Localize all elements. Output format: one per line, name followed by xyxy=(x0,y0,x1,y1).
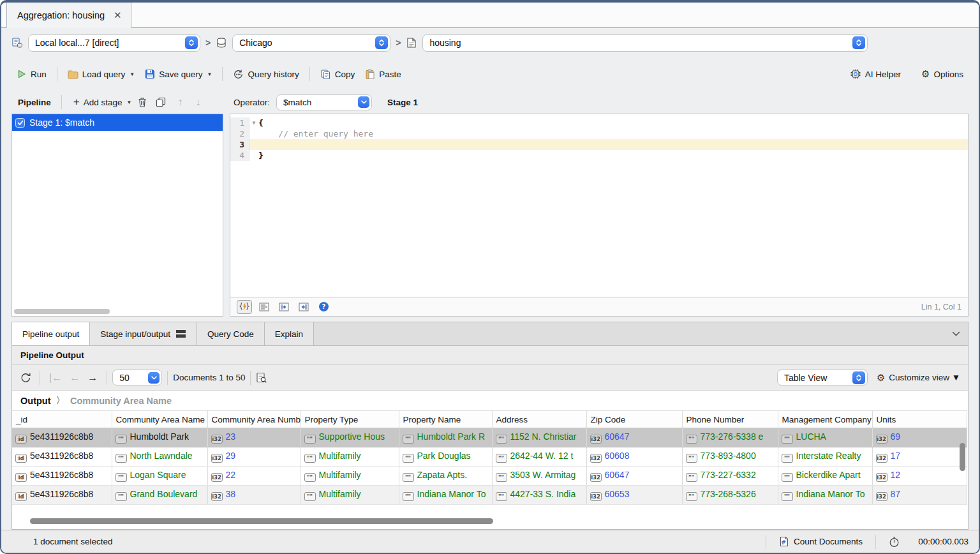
table-cell[interactable]: ""Indiana Manor To xyxy=(778,486,872,505)
load-query-button[interactable]: Load query ▼ xyxy=(63,66,140,82)
table-cell[interactable]: i3223 xyxy=(207,428,301,447)
tab-close-icon[interactable]: ✕ xyxy=(114,10,122,21)
table-cell[interactable]: i3260653 xyxy=(586,486,682,505)
table-cell[interactable]: ""2642-44 W. 12 t xyxy=(492,447,586,467)
table-cell[interactable]: id5e4311926c8b8 xyxy=(12,428,112,447)
table-cell[interactable]: i3260647 xyxy=(586,428,682,447)
table-cell[interactable]: ""773-227-6332 xyxy=(682,467,778,486)
table-cell[interactable]: id5e4311926c8b8 xyxy=(12,486,112,505)
add-stage-button[interactable]: + Add stage ▼ xyxy=(72,94,133,110)
table-cell[interactable]: ""Humboldt Park xyxy=(112,428,207,447)
stage-enabled-checkbox[interactable] xyxy=(15,118,25,128)
connection-select[interactable]: Local local...7 [direct] xyxy=(28,34,200,52)
table-cell[interactable]: ""4427-33 S. India xyxy=(492,486,586,505)
column-header[interactable]: Address xyxy=(492,411,586,428)
column-header[interactable]: Management Company xyxy=(778,411,872,428)
tab-stage-input-output[interactable]: Stage input/output xyxy=(90,322,197,345)
table-cell[interactable]: ""Logan Square xyxy=(112,467,207,486)
table-row[interactable]: id5e4311926c8b8""Grand Boulevardi3238""M… xyxy=(12,486,967,505)
table-cell[interactable]: i3229 xyxy=(207,447,301,467)
table-cell[interactable]: ""LUCHA xyxy=(778,428,872,447)
stage-list-item[interactable]: Stage 1: $match xyxy=(12,114,223,131)
column-header[interactable]: Units xyxy=(872,411,967,428)
fold-marker-icon[interactable]: ▼ xyxy=(249,117,258,128)
table-cell[interactable]: ""Multifamily xyxy=(301,467,399,486)
pipeline-hscrollbar[interactable] xyxy=(14,309,110,314)
column-header[interactable]: Property Name xyxy=(399,411,492,428)
outdent-button[interactable] xyxy=(296,300,311,314)
table-cell[interactable]: i3260647 xyxy=(586,467,682,486)
table-cell[interactable]: ""Multifamily xyxy=(301,447,399,467)
previous-page-button[interactable]: ← xyxy=(66,372,84,384)
table-cell[interactable]: ""3503 W. Armitag xyxy=(492,467,586,486)
table-cell[interactable]: i3212 xyxy=(872,467,967,486)
table-row[interactable]: id5e4311926c8b8""Logan Squarei3222""Mult… xyxy=(12,467,967,486)
run-button[interactable]: Run xyxy=(11,66,52,82)
table-cell[interactable]: ""773-268-5326 xyxy=(682,486,778,505)
table-cell[interactable]: i3269 xyxy=(872,428,967,447)
breadcrumb-root[interactable]: Output xyxy=(20,396,51,406)
table-cell[interactable]: ""773-276-5338 e xyxy=(682,428,778,447)
table-row[interactable]: id5e4311926c8b8""Humboldt Parki3223""Sup… xyxy=(12,428,967,447)
move-stage-up-icon[interactable]: ↑ xyxy=(174,96,186,108)
column-header[interactable]: Community Area Numb xyxy=(207,411,301,428)
collapse-panel-icon[interactable] xyxy=(952,331,960,336)
column-header[interactable]: Community Area Name xyxy=(112,411,207,428)
format-code-button[interactable] xyxy=(237,300,252,314)
paste-button[interactable]: Paste xyxy=(360,66,406,82)
tab-explain[interactable]: Explain xyxy=(265,322,314,345)
options-button[interactable]: ⚙ Options xyxy=(916,66,969,82)
tab-aggregation-housing[interactable]: Aggregation: housing ✕ xyxy=(6,3,131,28)
table-cell[interactable]: ""1152 N. Christiar xyxy=(492,428,586,447)
count-documents-button[interactable]: # Count Documents xyxy=(779,536,863,547)
table-cell[interactable]: ""Grand Boulevard xyxy=(112,486,207,505)
copy-button[interactable]: Copy xyxy=(315,66,360,82)
table-cell[interactable]: ""773-893-4800 xyxy=(682,447,778,467)
save-query-button[interactable]: Save query ▼ xyxy=(140,66,217,82)
column-header[interactable]: _id xyxy=(12,411,112,428)
table-cell[interactable]: i3222 xyxy=(207,467,301,486)
customize-view-button[interactable]: ⚙ Customize view ▼ xyxy=(877,372,960,384)
table-horizontal-scrollbar[interactable] xyxy=(30,518,493,524)
refresh-icon[interactable] xyxy=(20,372,34,384)
next-page-button[interactable]: → xyxy=(84,372,101,384)
table-cell[interactable]: i3238 xyxy=(207,486,301,505)
table-cell[interactable]: ""Zapata Apts. xyxy=(399,467,492,486)
table-cell[interactable]: i3217 xyxy=(872,447,967,467)
table-cell[interactable]: i3287 xyxy=(872,486,967,505)
find-in-documents-icon[interactable] xyxy=(256,372,267,384)
duplicate-stage-icon[interactable] xyxy=(156,97,168,107)
table-cell[interactable]: ""Multifamily xyxy=(301,486,399,505)
help-icon[interactable]: ? xyxy=(316,300,331,314)
tab-pipeline-output[interactable]: Pipeline output xyxy=(12,322,90,345)
indent-button[interactable] xyxy=(276,300,292,314)
operator-select[interactable]: $match xyxy=(276,94,372,110)
table-row[interactable]: id5e4311926c8b8""North Lawndalei3229""Mu… xyxy=(12,447,967,467)
collection-select[interactable]: housing xyxy=(422,34,868,52)
delete-stage-icon[interactable] xyxy=(138,97,151,107)
table-cell[interactable]: ""Interstate Realty xyxy=(778,447,872,467)
table-vertical-scrollbar[interactable] xyxy=(960,443,965,471)
ai-helper-button[interactable]: AI Helper xyxy=(845,66,906,82)
view-mode-select[interactable]: Table View xyxy=(777,370,868,386)
database-select[interactable]: Chicago xyxy=(232,34,390,52)
column-header[interactable]: Property Type xyxy=(301,411,399,428)
page-size-select[interactable]: 50 xyxy=(112,370,162,386)
table-cell[interactable]: ""Supportive Hous xyxy=(301,428,399,447)
tab-query-code[interactable]: Query Code xyxy=(197,322,265,345)
query-editor[interactable]: 1 ▼{ 2 // enter query here 3 4 } xyxy=(230,114,969,297)
table-cell[interactable]: ""Park Douglas xyxy=(399,447,492,467)
table-cell[interactable]: id5e4311926c8b8 xyxy=(12,467,112,486)
table-cell[interactable]: ""Indiana Manor To xyxy=(399,486,492,505)
table-cell[interactable]: ""Humboldt Park R xyxy=(399,428,492,447)
table-cell[interactable]: id5e4311926c8b8 xyxy=(12,447,112,467)
column-header[interactable]: Phone Number xyxy=(682,411,778,428)
column-header[interactable]: Zip Code xyxy=(586,411,682,428)
query-history-button[interactable]: Query history xyxy=(228,66,304,82)
first-page-button[interactable]: |← xyxy=(45,372,66,384)
move-stage-down-icon[interactable]: ↓ xyxy=(191,96,204,108)
align-lines-button[interactable] xyxy=(256,300,272,314)
table-cell[interactable]: ""North Lawndale xyxy=(112,447,207,467)
table-cell[interactable]: i3260608 xyxy=(586,447,682,467)
table-cell[interactable]: ""Bickerdike Apart xyxy=(778,467,872,486)
